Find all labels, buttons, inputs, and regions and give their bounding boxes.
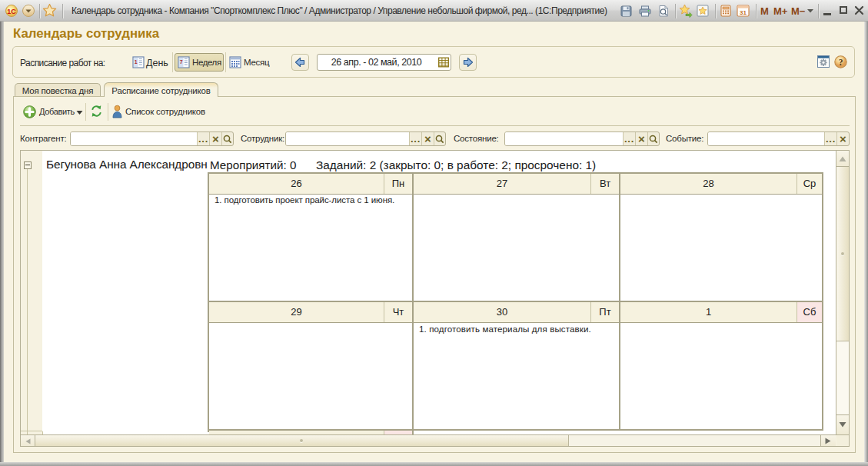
svg-text:7: 7 — [180, 59, 183, 65]
svg-text:1: 1 — [135, 59, 138, 65]
svg-text:?: ? — [839, 58, 843, 67]
svg-text:1С: 1С — [7, 8, 16, 15]
svg-text:31: 31 — [740, 9, 747, 16]
